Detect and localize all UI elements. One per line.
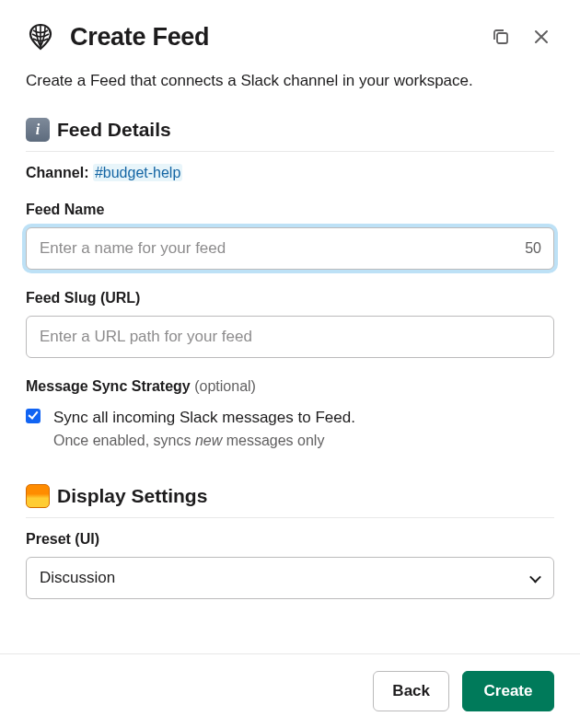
channel-link[interactable]: #budget-help (93, 164, 182, 181)
feed-slug-label: Feed Slug (URL) (26, 290, 554, 306)
info-icon: i (26, 118, 50, 142)
char-count: 50 (525, 240, 541, 257)
open-new-window-button[interactable] (488, 24, 514, 50)
back-button[interactable]: Back (373, 671, 449, 711)
sync-checkbox[interactable] (26, 409, 41, 423)
section-feed-details: i Feed Details (26, 118, 554, 152)
channel-label: Channel (26, 165, 84, 180)
section-display-settings: Display Settings (26, 484, 554, 518)
optional-tag: (optional) (194, 378, 256, 394)
channel-row: Channel: #budget-help (26, 165, 554, 181)
sync-checkbox-subtext: Once enabled, syncs new messages only (53, 430, 355, 453)
section-title: Display Settings (57, 485, 207, 507)
section-title: Feed Details (57, 119, 171, 141)
sync-label: Message Sync Strategy (optional) (26, 378, 554, 395)
sunrise-icon (26, 484, 50, 508)
app-logo (26, 22, 55, 52)
preset-label: Preset (UI) (26, 531, 554, 548)
close-button[interactable] (528, 24, 554, 50)
svg-rect-0 (497, 33, 507, 43)
new-window-icon (492, 28, 510, 46)
feed-name-input[interactable] (26, 227, 554, 270)
intro-text: Create a Feed that connects a Slack chan… (26, 70, 554, 92)
close-icon (532, 28, 551, 46)
sync-checkbox-label: Sync all incoming Slack messages to Feed… (53, 406, 355, 430)
feed-slug-input[interactable] (26, 316, 554, 358)
feed-name-label: Feed Name (26, 202, 554, 218)
dialog-title: Create Feed (70, 23, 488, 52)
preset-select[interactable]: Discussion (26, 557, 554, 599)
create-button[interactable]: Create (462, 671, 554, 711)
